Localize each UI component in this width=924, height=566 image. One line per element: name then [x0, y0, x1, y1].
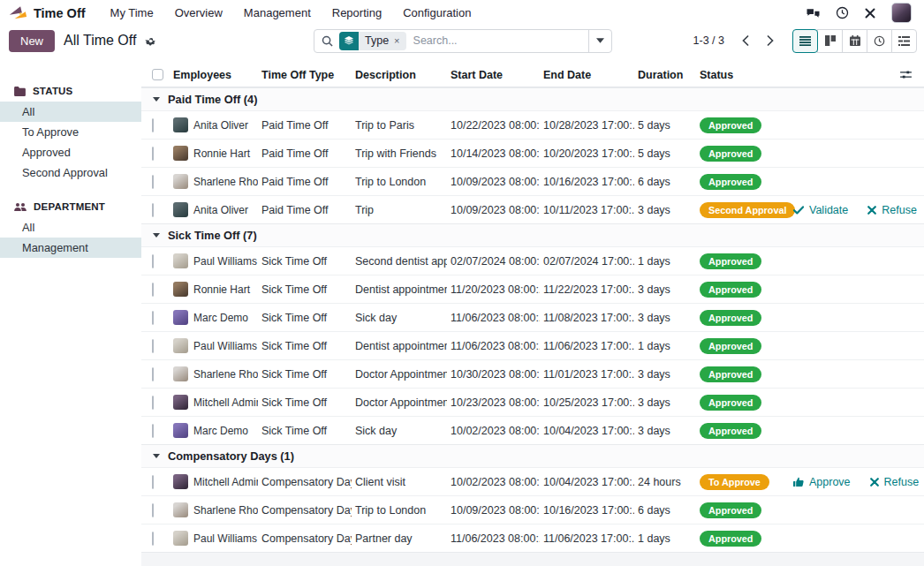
- table-row[interactable]: Sharlene RhodesPaid Time OffTrip to Lond…: [141, 167, 924, 195]
- search-area: Type ×: [314, 29, 612, 53]
- messages-icon[interactable]: [806, 7, 821, 19]
- column-header-description[interactable]: Description: [352, 69, 447, 81]
- menu-item-my-time[interactable]: My Time: [100, 2, 164, 24]
- row-checkbox-cell: [141, 312, 168, 324]
- group-header-paid-time-off-4[interactable]: Paid Time Off (4): [141, 87, 924, 110]
- view-activity-button[interactable]: [867, 29, 892, 53]
- table-row[interactable]: Marc DemoSick Time OffSick day10/02/2023…: [141, 416, 924, 444]
- end-date-cell: 10/28/2023 17:00:...: [540, 119, 634, 132]
- menu-item-configuration[interactable]: Configuration: [392, 2, 481, 24]
- column-header-duration[interactable]: Duration: [634, 69, 696, 81]
- list-view: EmployeesTime Off TypeDescriptionStart D…: [141, 56, 924, 566]
- table-row[interactable]: Ronnie HartPaid Time OffTrip with Friend…: [141, 139, 924, 167]
- row-checkbox[interactable]: [152, 424, 154, 438]
- status-cell: Approved: [696, 117, 924, 133]
- row-checkbox[interactable]: [152, 147, 154, 161]
- column-header-end-date[interactable]: End Date: [540, 69, 634, 81]
- end-date-cell: 10/04/2023 17:00:...: [540, 476, 634, 488]
- validate-button[interactable]: Validate: [793, 204, 848, 216]
- row-checkbox[interactable]: [152, 283, 154, 297]
- employee-name: Paul Williams: [193, 532, 257, 545]
- table-row[interactable]: Sharlene RhodesCompensatory DaysTrip to …: [141, 495, 924, 524]
- row-checkbox[interactable]: [152, 175, 154, 189]
- duration-cell: 1 days: [634, 532, 696, 545]
- end-date-cell: 11/06/2023 17:00:...: [540, 532, 634, 545]
- search-dropdown-toggle[interactable]: [588, 30, 611, 52]
- row-checkbox[interactable]: [152, 203, 154, 217]
- filter-facet-type[interactable]: Type ×: [339, 32, 406, 50]
- sidebar-item-management[interactable]: Management: [0, 238, 141, 258]
- table-row[interactable]: Anita OliverPaid Time OffTrip10/09/2023 …: [141, 195, 924, 223]
- column-header-start-date[interactable]: Start Date: [447, 69, 540, 81]
- table-row[interactable]: Mitchell AdminSick Time OffDoctor Appoin…: [141, 388, 924, 416]
- column-header-time-off-type[interactable]: Time Off Type: [258, 69, 352, 81]
- status-badge: Approved: [700, 117, 761, 133]
- column-header-label[interactable]: Status: [700, 69, 733, 81]
- row-checkbox[interactable]: [152, 475, 154, 489]
- refuse-button[interactable]: Refuse: [867, 204, 917, 216]
- sidebar-item-all[interactable]: All: [0, 102, 141, 122]
- table-row[interactable]: Paul WilliamsSick Time OffSecond dentist…: [141, 246, 924, 275]
- menu-item-management[interactable]: Management: [233, 2, 322, 24]
- new-button[interactable]: New: [9, 30, 55, 52]
- status-badge: Approved: [700, 423, 761, 439]
- main-menu: My TimeOverviewManagementReportingConfig…: [100, 2, 482, 24]
- sidebar-item-all[interactable]: All: [0, 217, 141, 238]
- sidebar-item-to-approve[interactable]: To Approve: [0, 122, 141, 142]
- sidebar-item-second-approval[interactable]: Second Approval: [0, 162, 141, 183]
- facet-remove-icon[interactable]: ×: [392, 35, 405, 46]
- actions-gear-icon[interactable]: [145, 35, 156, 47]
- employee-name: Anita Oliver: [193, 119, 248, 132]
- pager-next-icon[interactable]: [760, 30, 781, 51]
- row-checkbox[interactable]: [152, 311, 154, 325]
- row-checkbox-cell: [141, 283, 168, 296]
- table-row[interactable]: Mitchell AdminCompensatory DaysClient vi…: [141, 467, 924, 495]
- table-row[interactable]: Sharlene RhodesSick Time OffDoctor Appoi…: [141, 359, 924, 388]
- approve-button[interactable]: Approve: [793, 476, 851, 488]
- group-header-sick-time-off-7[interactable]: Sick Time Off (7): [141, 223, 924, 246]
- row-checkbox[interactable]: [152, 367, 154, 381]
- search-box[interactable]: Type ×: [314, 29, 612, 53]
- table-row[interactable]: Paul WilliamsSick Time OffDentist appoin…: [141, 331, 924, 359]
- user-avatar[interactable]: [891, 3, 912, 23]
- table-row[interactable]: Anita OliverPaid Time OffTrip to Paris10…: [141, 110, 924, 139]
- column-header-employees[interactable]: Employees: [168, 69, 258, 81]
- refuse-button[interactable]: Refuse: [870, 476, 920, 488]
- description-cell: Trip to Paris: [352, 119, 447, 132]
- end-date-cell: 11/06/2023 17:00:...: [540, 340, 634, 352]
- table-row[interactable]: Marc DemoSick Time OffSick day11/06/2023…: [141, 303, 924, 331]
- employee-avatar: [173, 395, 188, 410]
- row-checkbox[interactable]: [152, 339, 154, 353]
- row-checkbox[interactable]: [152, 396, 154, 410]
- view-kanban-button[interactable]: [817, 29, 843, 53]
- row-checkbox-cell: [141, 504, 168, 517]
- status-badge: Approved: [700, 282, 761, 298]
- view-gantt-button[interactable]: [891, 29, 917, 53]
- action-label: Approve: [809, 476, 851, 488]
- description-cell: Partner day: [352, 532, 447, 545]
- sidebar-item-approved[interactable]: Approved: [0, 142, 141, 162]
- employee-name: Anita Oliver: [193, 204, 248, 216]
- table-row[interactable]: Ronnie HartSick Time OffDentist appointm…: [141, 275, 924, 303]
- menu-item-reporting[interactable]: Reporting: [322, 2, 392, 24]
- select-all-checkbox[interactable]: [152, 69, 163, 80]
- row-checkbox[interactable]: [152, 532, 154, 546]
- menu-item-overview[interactable]: Overview: [164, 2, 233, 24]
- tools-icon[interactable]: [864, 7, 876, 19]
- employee-avatar: [173, 531, 188, 546]
- sidebar-section-title: STATUS: [0, 80, 141, 102]
- search-input[interactable]: [406, 34, 588, 47]
- pager-prev-icon[interactable]: [735, 30, 756, 51]
- employee-avatar: [173, 202, 188, 217]
- row-checkbox[interactable]: [152, 503, 154, 517]
- activities-clock-icon[interactable]: [836, 6, 849, 19]
- view-calendar-button[interactable]: [842, 29, 867, 53]
- row-checkbox-cell: [141, 368, 168, 381]
- group-header-compensatory-days-1[interactable]: Compensatory Days (1): [141, 444, 924, 467]
- view-list-button[interactable]: [792, 29, 818, 53]
- row-checkbox[interactable]: [152, 118, 154, 132]
- app-brand[interactable]: Time Off: [9, 5, 86, 21]
- adjust-columns-icon[interactable]: [900, 70, 924, 79]
- row-checkbox[interactable]: [152, 254, 154, 268]
- table-row[interactable]: Paul WilliamsCompensatory DaysPartner da…: [141, 524, 924, 552]
